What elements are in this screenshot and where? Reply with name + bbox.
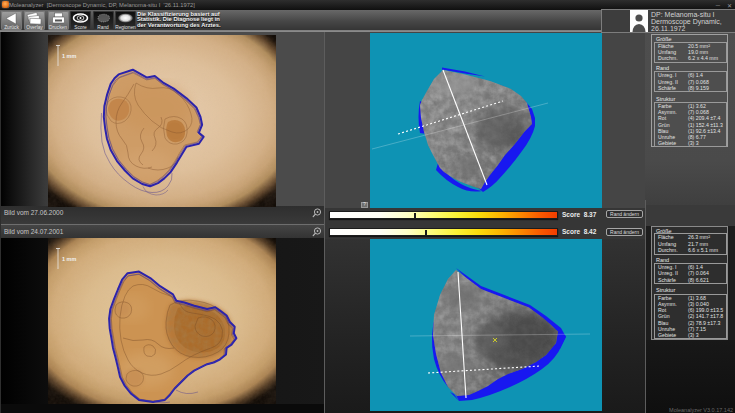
svg-text:1 mm: 1 mm (62, 256, 76, 262)
svg-text:1 mm: 1 mm (62, 53, 76, 59)
